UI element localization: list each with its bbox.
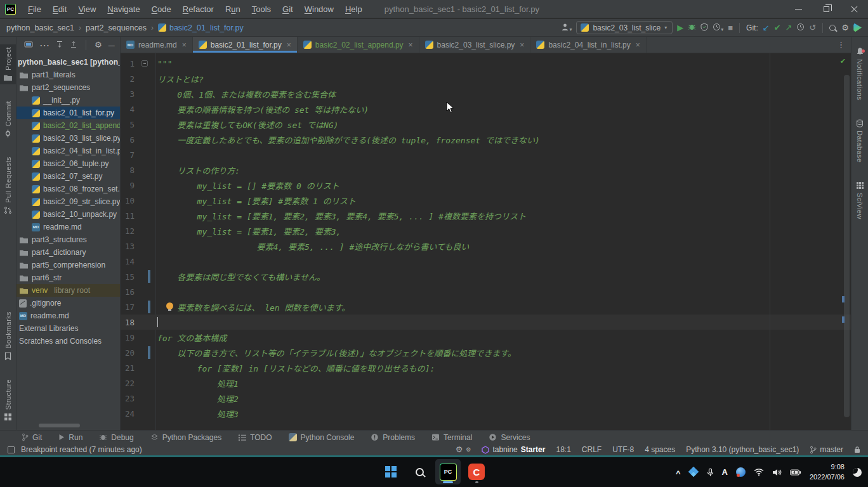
user-profile-button[interactable]: ▾ [561,22,572,34]
tray-app-icon[interactable] [689,467,699,477]
toolwindow-button-python-console[interactable]: Python Console [289,433,355,442]
toolwindow-database[interactable]: Database [852,117,868,165]
tab-close-icon[interactable]: × [636,41,640,49]
taskbar-search-button[interactable] [407,459,432,484]
collapse-all-button[interactable] [70,39,77,51]
git-push-button[interactable]: ↗ [786,23,792,32]
toolwindow-notifications[interactable]: Notifications [852,44,868,103]
code-line[interactable]: 14 [121,254,851,269]
menu-run[interactable]: Run [220,4,246,14]
hide-panel-button[interactable]: — [109,42,115,49]
toolwindow-project[interactable]: Project [0,44,16,84]
tree-item[interactable]: basic2_03_list_slice.py [16,132,120,145]
code-line[interactable]: 18 [121,315,851,330]
code-line[interactable]: 5 要素は重複してもOK(後述の set ではNG) [121,117,851,132]
inspections-ok-icon[interactable]: ✔ [840,57,846,65]
git-commit-button[interactable]: ✔ [774,23,781,32]
menu-window[interactable]: Window [299,4,339,14]
tab-close-icon[interactable]: × [182,41,187,49]
menu-file[interactable]: File [22,4,47,14]
microphone-icon[interactable] [707,468,714,477]
code-line[interactable]: 7 [121,147,851,162]
toolwindow-button-todo[interactable]: TODO [238,433,272,442]
tab-close-icon[interactable]: × [287,41,291,49]
toolwindow-commit[interactable]: Commit [0,98,16,140]
toolwindow-pull-requests[interactable]: Pull Requests [0,154,16,217]
tree-item[interactable]: part4_dictionary [16,246,120,259]
breadcrumb-item[interactable]: basic2_01_list_for.py [169,23,244,32]
editor-tab[interactable]: MDreadme.md× [121,37,193,53]
tree-item[interactable]: part2_sequences [16,81,120,94]
code-line[interactable]: 15 各要素は同じ型でなくても構いません。 [121,269,851,284]
code-line[interactable]: 11 my_list = [要素1, 要素2, 要素3, 要素4, 要素5, .… [121,208,851,223]
tree-item[interactable]: .gitignore [16,297,120,309]
intention-bulb-icon[interactable] [166,302,173,309]
code-line[interactable]: 9 my_list = [] #要素数 0 のリスト [121,178,851,193]
git-history-button[interactable] [796,22,805,34]
stop-button[interactable]: ■ [728,23,733,32]
taskbar-clock[interactable]: 9:08 2022/07/06 [810,462,845,483]
toolwindow-sciview[interactable]: SciView [852,179,868,222]
code-line[interactable]: 24 処理3 [121,406,851,421]
tree-item[interactable]: MDreadme.md [16,309,120,322]
tree-item[interactable]: basic2_09_str_slice.py [16,195,120,208]
project-more-icon[interactable]: ⋯ [39,39,49,51]
toolwindow-button-debug[interactable]: Debug [99,433,133,442]
code-line[interactable]: 6 一度定義したあとでも、要素の追加や削除ができる(後述の tuple, fro… [121,132,851,147]
editor-tab[interactable]: basic2_03_list_slice.py× [419,37,531,53]
line-ending-widget[interactable]: CRLF [582,445,602,454]
code-line[interactable]: 12 my_list = [要素1, 要素2, 要素3, [121,223,851,238]
code-line[interactable]: 23 処理2 [121,391,851,406]
close-button[interactable] [840,0,868,18]
ime-mode-indicator[interactable]: A [722,467,728,477]
toolwindow-quick-access-icon[interactable] [8,446,15,453]
tree-item[interactable]: part1_literals [16,68,120,81]
wifi-icon[interactable] [754,468,764,476]
lock-icon[interactable] [854,446,860,453]
code-line[interactable]: 8 リストの作り方: [121,162,851,178]
editor-body[interactable]: 1"""2リストとは?3 0個、1個、または複数の要素を含む集合体4 要素の順番… [121,53,851,430]
encoding-widget[interactable]: UTF-8 [612,445,634,454]
menu-navigate[interactable]: Navigate [102,4,145,14]
menu-code[interactable]: Code [146,4,177,14]
code-line[interactable]: 21 for [変数] in [リストなどの、順番に値を取り出せるもの]: [121,360,851,375]
code-line[interactable]: 19for 文の基本構成 [121,330,851,345]
toolwindow-button-git[interactable]: Git [22,433,42,442]
toolwindow-button-services[interactable]: Services [489,433,530,442]
code-line[interactable]: 16 [121,284,851,299]
editor-tab[interactable]: basic2_01_list_for.py× [193,37,298,53]
minimize-button[interactable] [784,0,812,18]
git-rollback-button[interactable]: ↺ [809,23,816,32]
indent-widget[interactable]: 4 spaces [645,445,675,454]
tree-item[interactable]: MDreadme.md [16,221,120,233]
restore-button[interactable] [812,0,840,18]
change-stripe-mark[interactable] [842,316,845,323]
focus-assist-moon-icon[interactable] [853,468,862,477]
code-line[interactable]: 22 処理1 [121,375,851,391]
tree-item[interactable]: __init__.py [16,94,120,107]
menu-tools[interactable]: Tools [246,4,277,14]
tree-item[interactable]: basic2_10_unpack.py [16,208,120,221]
status-message[interactable]: Breakpoint reached (7 minutes ago) [21,445,142,454]
menu-git[interactable]: Git [277,4,299,14]
toolwindow-button-python-packages[interactable]: Python Packages [150,433,221,442]
code-line[interactable]: 20 以下の書き方で、リスト等の「イテラブル(後述)」なオブジェクトを順番に処理… [121,345,851,360]
tray-expand-icon[interactable]: ^ [676,469,681,478]
tree-item[interactable]: basic2_04_list_in_list.py [16,145,120,157]
toolwindow-button-terminal[interactable]: Terminal [431,433,472,442]
code-line[interactable]: 17 要素数を調べるには、 len 関数を使います。 [121,299,851,315]
tree-item[interactable]: basic2_07_set.py [16,170,120,183]
debug-button[interactable] [688,22,696,34]
breadcrumb-item[interactable]: part2_sequences [86,23,147,32]
volume-icon[interactable] [772,469,782,476]
code-line[interactable]: 13 要素4, 要素5, ... ] #途中改行しながら書いても良い [121,238,851,254]
tree-item[interactable]: External Libraries [16,322,120,335]
search-everywhere-button[interactable] [829,25,836,31]
tree-item[interactable]: venvlibrary root [16,284,120,297]
menu-edit[interactable]: Edit [47,4,72,14]
fold-toggle-icon[interactable] [141,60,148,67]
run-button[interactable]: ▶ [677,23,683,32]
editor-scrollbar[interactable] [844,75,850,417]
toolwindow-structure[interactable]: Structure [0,377,16,424]
battery-icon[interactable] [790,469,801,476]
